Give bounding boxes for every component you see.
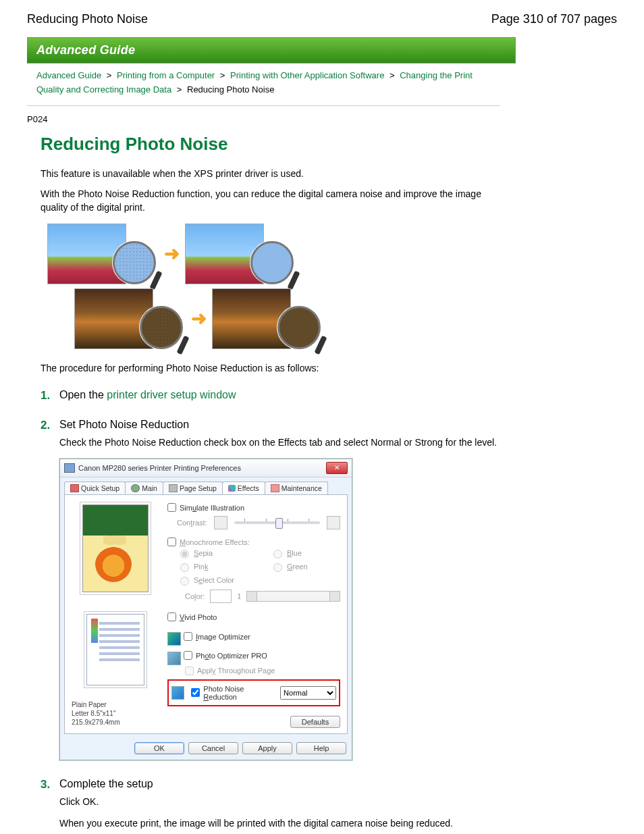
step3-text2: When you execute print, the image will b… (59, 817, 500, 831)
radio-select-color[interactable]: Select Color (177, 575, 258, 585)
photo-optimizer-pro-icon (167, 652, 181, 665)
quick-setup-icon (70, 484, 79, 492)
ok-button[interactable]: OK (134, 742, 184, 754)
tab-main[interactable]: Main (125, 481, 163, 494)
color-scrollbar[interactable] (246, 591, 340, 602)
radio-green[interactable]: Green (270, 561, 331, 572)
step2-text: Check the Photo Noise Reduction check bo… (59, 436, 500, 450)
crumb-printing-from-computer[interactable]: Printing from a Computer (117, 70, 215, 80)
radio-pink[interactable]: Pink (177, 561, 238, 572)
main-icon (131, 484, 140, 492)
checkbox-vivid-photo[interactable]: Vivid Photo (167, 613, 340, 621)
dialog-title: Canon MP280 series Printer Printing Pref… (78, 464, 241, 472)
illustration-noise-reduction: ➜ ➜ (47, 224, 500, 349)
select-noise-level[interactable]: Normal (280, 686, 336, 700)
banner-advanced-guide: Advanced Guide (27, 37, 516, 63)
step2-title: Set Photo Noise Reduction (59, 419, 500, 431)
tab-page-setup[interactable]: Page Setup (163, 481, 223, 494)
media-type: Plain Paper (72, 700, 159, 709)
tab-maintenance[interactable]: Maintenance (265, 481, 328, 494)
procedure-lead: The procedure for performing Photo Noise… (41, 361, 500, 375)
tab-label: Page Setup (180, 484, 217, 492)
arrow-icon: ➜ (191, 305, 207, 333)
link-printer-driver-setup[interactable]: printer driver setup window (107, 389, 236, 400)
crumb-printing-other-apps[interactable]: Printing with Other Application Software (230, 70, 384, 80)
label-color: Color: (185, 592, 205, 600)
tab-label: Quick Setup (81, 484, 119, 492)
highlight-photo-noise-reduction: Photo Noise Reduction Normal (167, 679, 340, 706)
crumb-sep: > (177, 84, 182, 95)
label-contrast: Contrast: (177, 519, 207, 527)
radio-sepia[interactable]: Sepia (177, 548, 238, 558)
apply-button[interactable]: Apply (242, 742, 292, 754)
slider-contrast[interactable] (234, 521, 320, 524)
close-button[interactable]: ✕ (326, 462, 348, 474)
photo-noise-reduction-icon (171, 686, 184, 700)
checkbox-apply-throughout-page[interactable]: Apply Throughout Page (185, 667, 340, 675)
magnifier-icon (250, 241, 294, 284)
tab-label: Main (142, 484, 157, 492)
step3-text1: Click OK. (59, 796, 500, 809)
magnifier-icon (277, 306, 321, 349)
defaults-button[interactable]: Defaults (290, 716, 340, 728)
printer-icon (64, 463, 75, 473)
page-title: Reducing Photo Noise (41, 134, 617, 155)
layout-preview (86, 614, 144, 685)
radio-blue[interactable]: Blue (270, 548, 331, 558)
magnifier-icon (140, 306, 183, 349)
cancel-button[interactable]: Cancel (188, 742, 238, 754)
tab-effects[interactable]: Effects (222, 481, 265, 494)
tab-quick-setup[interactable]: Quick Setup (64, 481, 126, 494)
image-optimizer-icon (167, 632, 181, 646)
crumb-sep: > (220, 70, 225, 80)
color-swatch[interactable] (210, 590, 232, 603)
color-value: 1 (237, 592, 241, 600)
contrast-high-icon (327, 516, 340, 529)
effects-icon (228, 485, 236, 492)
page-running-title: Reducing Photo Noise (27, 12, 148, 26)
media-size: Letter 8.5"x11" 215.9x279.4mm (72, 709, 159, 727)
intro-note: This feature is unavailable when the XPS… (41, 167, 500, 180)
maintenance-icon (271, 484, 279, 492)
magnifier-icon (113, 241, 156, 284)
tab-label: Maintenance (281, 484, 322, 492)
crumb-current: Reducing Photo Noise (187, 84, 274, 95)
help-button[interactable]: Help (296, 742, 346, 754)
breadcrumb: Advanced Guide > Printing from a Compute… (36, 69, 495, 97)
checkbox-image-optimizer[interactable]: Image Optimizer (184, 632, 250, 641)
crumb-sep: > (390, 70, 395, 80)
page-code: P024 (27, 114, 617, 124)
contrast-low-icon (214, 516, 227, 529)
page-setup-icon (169, 484, 178, 492)
preview-image (82, 504, 149, 592)
tab-label: Effects (238, 484, 259, 492)
crumb-sep: > (107, 70, 112, 80)
step3-title: Complete the setup (59, 778, 500, 790)
step1-prefix: Open the (59, 389, 107, 400)
intro-description: With the Photo Noise Reduction function,… (41, 187, 500, 215)
checkbox-simulate-illustration[interactable]: Simulate Illustration (167, 503, 340, 512)
page-number: Page 310 of 707 pages (491, 12, 617, 26)
dialog-printing-preferences: Canon MP280 series Printer Printing Pref… (59, 459, 352, 760)
arrow-icon: ➜ (164, 240, 180, 268)
checkbox-photo-noise-reduction[interactable]: Photo Noise Reduction (191, 685, 276, 701)
checkbox-monochrome-effects[interactable]: Monochrome Effects: (167, 538, 340, 546)
checkbox-photo-optimizer-pro[interactable]: Photo Optimizer PRO (184, 651, 267, 660)
crumb-advanced-guide[interactable]: Advanced Guide (36, 70, 101, 80)
